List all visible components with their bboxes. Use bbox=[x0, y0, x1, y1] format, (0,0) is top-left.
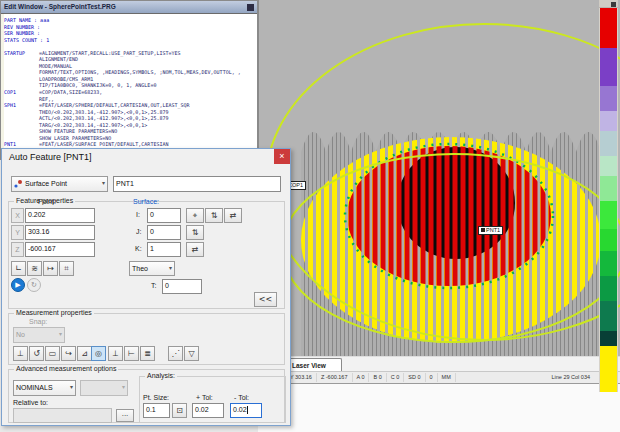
filter-icon[interactable]: ▽ bbox=[184, 346, 199, 361]
execute-button[interactable]: ▶ bbox=[11, 278, 25, 292]
chart-icon[interactable]: ⊿ bbox=[77, 346, 92, 361]
group-label: Measurement properties bbox=[14, 309, 94, 316]
status-cell: SD 0 bbox=[404, 373, 425, 382]
redo-curve-icon[interactable]: ↪ bbox=[61, 346, 76, 361]
undo-icon[interactable]: ↺ bbox=[29, 346, 44, 361]
colorbar-band bbox=[600, 131, 617, 156]
colorbar-band bbox=[600, 251, 617, 276]
plus-tol-field[interactable]: 0.02 bbox=[192, 403, 224, 418]
status-cell: Z -600.167 bbox=[317, 373, 353, 382]
grid-icon[interactable]: ⌗ bbox=[59, 261, 74, 276]
path-points-icon[interactable]: ⋰ bbox=[168, 346, 183, 361]
histogram-icon[interactable]: ≣ bbox=[140, 346, 155, 361]
colorbar-band bbox=[600, 331, 617, 346]
feature-name-field[interactable]: PNT1 bbox=[113, 176, 281, 192]
minus-tol-label: - Tol: bbox=[234, 394, 249, 401]
k-field[interactable]: 1 bbox=[147, 242, 181, 257]
colorbar-band bbox=[600, 201, 617, 229]
status-cell: Line 29 Col 034 bbox=[547, 373, 594, 382]
status-cell: A 0 bbox=[353, 373, 370, 382]
edit-window-title: Edit Window - SpherePointTest.PRG bbox=[4, 3, 116, 10]
snap-label: Snap: bbox=[29, 318, 47, 325]
dialog-titlebar[interactable]: Auto Feature [PNT1] × bbox=[2, 149, 290, 165]
chevron-down-icon: ▾ bbox=[59, 328, 62, 341]
dialog-title: Auto Feature [PNT1] bbox=[9, 152, 92, 162]
y-axis-button[interactable]: Y bbox=[11, 225, 24, 240]
swap-vector-icon[interactable]: ⇄ bbox=[186, 242, 204, 257]
edit-window: Edit Window - SpherePointTest.PRG PART N… bbox=[0, 0, 258, 160]
colorbar-band bbox=[600, 111, 617, 131]
edit-window-code[interactable]: PART NAME : aaa REV NUMBER : SER NUMBER … bbox=[1, 13, 257, 159]
t-field[interactable]: 0 bbox=[162, 279, 202, 294]
x-axis-button[interactable]: X bbox=[11, 208, 24, 223]
status-cell: C 0 bbox=[387, 373, 405, 382]
flip-vector-icon[interactable]: ⇅ bbox=[186, 225, 204, 240]
y-field[interactable]: 303.16 bbox=[25, 225, 95, 240]
chevron-down-icon: ▾ bbox=[102, 177, 105, 190]
feature-type-select[interactable]: Surface Point▾ bbox=[11, 176, 108, 192]
swap-vector-icon[interactable]: ⇄ bbox=[224, 208, 242, 223]
colorbar-band bbox=[600, 346, 617, 392]
i-label: I: bbox=[136, 211, 140, 218]
reread-button[interactable]: ↻ bbox=[27, 278, 41, 292]
close-icon[interactable]: × bbox=[274, 149, 290, 164]
text-cursor bbox=[247, 406, 248, 414]
z-axis-button[interactable]: Z bbox=[11, 242, 24, 257]
application-window: COP1 PNT1 w Laser View X 0.202Y 303.16Z … bbox=[0, 0, 620, 432]
collapse-button[interactable]: << bbox=[254, 292, 277, 307]
plus-tol-label: + Tol: bbox=[196, 394, 213, 401]
edit-window-titlebar[interactable]: Edit Window - SpherePointTest.PRG bbox=[1, 1, 257, 13]
level-icon[interactable]: ⟂ bbox=[108, 346, 123, 361]
code-line[interactable]: PNT1=FEAT/LASER/SURFACE POINT/DEFAULT,CA… bbox=[4, 141, 257, 148]
probe-touch-icon[interactable]: ⌖ bbox=[186, 208, 204, 223]
clamp-icon[interactable]: ⊥ bbox=[13, 346, 28, 361]
surface-label[interactable]: Surface: bbox=[133, 198, 159, 205]
graphics-view[interactable]: COP1 PNT1 bbox=[258, 0, 620, 356]
colorbar-band bbox=[600, 8, 617, 48]
scan-lines-icon[interactable]: ≋ bbox=[27, 261, 42, 276]
status-bar: X 0.202Y 303.16Z -600.167A 0B 0C 0SD 00M… bbox=[258, 371, 620, 383]
colorbar-band bbox=[600, 86, 617, 111]
colorbar-close-icon[interactable] bbox=[611, 2, 616, 7]
k-label: K: bbox=[135, 245, 142, 252]
scan-scene bbox=[259, 0, 620, 356]
chevron-down-icon: ▾ bbox=[122, 381, 125, 394]
i-field[interactable]: 0 bbox=[147, 208, 181, 223]
x-field[interactable]: 0.202 bbox=[25, 208, 95, 223]
deviation-colorbar[interactable] bbox=[599, 0, 618, 392]
view-tab-row: w Laser View bbox=[258, 356, 620, 371]
relative-to-field bbox=[13, 408, 112, 423]
z-field[interactable]: -600.167 bbox=[25, 242, 95, 257]
group-label: Advanced measurement options bbox=[14, 365, 118, 372]
offset-arrow-icon[interactable]: ↦ bbox=[43, 261, 58, 276]
pnt-label[interactable]: PNT1 bbox=[478, 226, 503, 235]
target-icon[interactable]: ◎ bbox=[91, 346, 106, 361]
region-icon[interactable]: ▭ bbox=[45, 346, 60, 361]
group-label: Analysis: bbox=[145, 372, 177, 379]
align-axes-icon[interactable]: ∟ bbox=[11, 261, 26, 276]
window-menu-icon[interactable] bbox=[247, 4, 254, 11]
minus-tol-field[interactable]: 0.02 bbox=[230, 403, 262, 418]
pt-size-label: Pt. Size: bbox=[143, 394, 169, 401]
nominals-mode-select: ▾ bbox=[80, 380, 128, 396]
pt-size-icon[interactable]: ⊡ bbox=[172, 403, 187, 418]
point-label: Point: bbox=[38, 198, 56, 205]
browse-button[interactable]: ... bbox=[116, 409, 134, 422]
colorbar-band bbox=[600, 301, 617, 331]
j-label: J: bbox=[136, 228, 141, 235]
colorbar-band bbox=[600, 156, 617, 176]
status-cell: B 0 bbox=[369, 373, 386, 382]
theo-select[interactable]: Theo▾ bbox=[129, 261, 175, 276]
colorbar-band bbox=[600, 176, 617, 201]
chevron-down-icon: ▾ bbox=[70, 381, 73, 394]
t-label: T: bbox=[151, 282, 156, 289]
pt-size-field[interactable]: 0.1 bbox=[143, 403, 170, 418]
snap-select: No▾ bbox=[13, 327, 65, 343]
status-cell: 0 bbox=[426, 373, 438, 382]
colorbar-band bbox=[600, 48, 617, 86]
nominals-select[interactable]: NOMINALS▾ bbox=[13, 380, 76, 396]
insert-icon[interactable]: ⊢ bbox=[124, 346, 139, 361]
j-field[interactable]: 0 bbox=[147, 225, 181, 240]
relative-to-label: Relative to: bbox=[13, 399, 48, 406]
flip-vector-icon[interactable]: ⇅ bbox=[205, 208, 223, 223]
